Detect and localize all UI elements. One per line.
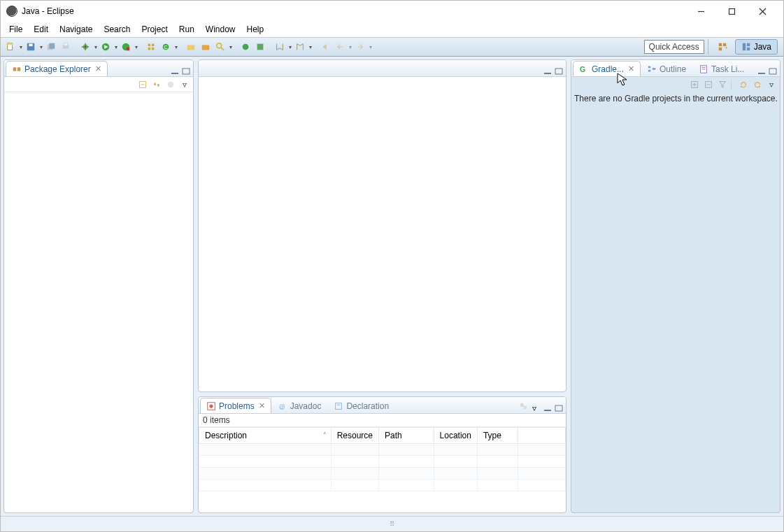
menu-project[interactable]: Project xyxy=(136,22,173,36)
col-description[interactable]: Description˄ xyxy=(199,428,332,444)
svg-rect-5 xyxy=(8,43,13,45)
new-package-button[interactable] xyxy=(144,40,158,54)
collapse-all-icon[interactable] xyxy=(137,79,148,90)
back-button[interactable] xyxy=(333,40,347,54)
window-close-button[interactable] xyxy=(747,1,778,22)
outline-tab[interactable]: Outline xyxy=(641,61,692,76)
toggle-breakpoint-button[interactable] xyxy=(238,40,252,54)
run-button[interactable] xyxy=(99,40,113,54)
view-maximize-icon[interactable] xyxy=(767,66,778,76)
col-location[interactable]: Location xyxy=(434,428,477,444)
java-perspective-button[interactable]: Java xyxy=(735,39,778,55)
link-editor-icon[interactable] xyxy=(151,79,162,90)
menu-edit[interactable]: Edit xyxy=(28,22,54,36)
menu-file[interactable]: File xyxy=(3,22,28,36)
declaration-tab-label: Declaration xyxy=(346,401,389,411)
open-perspective-button[interactable]: + xyxy=(711,39,734,55)
quick-access-field[interactable]: Quick Access xyxy=(644,40,704,54)
gradle-tab-label: Gradle... xyxy=(592,64,624,74)
right-column: G Gradle... ✕ Outline Task Li... xyxy=(571,59,781,513)
next-annotation-button[interactable] xyxy=(273,40,287,54)
view-maximize-icon[interactable] xyxy=(180,66,192,76)
svg-point-53 xyxy=(520,403,524,407)
run-dropdown[interactable]: ▾ xyxy=(113,44,118,50)
declaration-tab[interactable]: Declaration xyxy=(327,398,395,413)
menu-help[interactable]: Help xyxy=(241,22,270,36)
col-path[interactable]: Path xyxy=(378,428,434,444)
problems-tab[interactable]: Problems ✕ xyxy=(200,398,271,413)
search-button[interactable] xyxy=(213,40,227,54)
svg-rect-51 xyxy=(336,403,342,409)
debug-button[interactable] xyxy=(78,40,92,54)
forward-button[interactable] xyxy=(353,40,367,54)
col-type[interactable]: Type xyxy=(477,428,518,444)
editor-maximize-icon[interactable] xyxy=(553,66,564,76)
focus-task-icon[interactable] xyxy=(165,79,176,90)
new-class-button[interactable]: C xyxy=(159,40,173,54)
problems-filter-icon[interactable] xyxy=(518,401,529,413)
menu-search[interactable]: Search xyxy=(98,22,136,36)
svg-marker-31 xyxy=(323,44,327,50)
filter-icon[interactable] xyxy=(717,79,728,90)
view-menu-icon[interactable]: ▿ xyxy=(179,79,190,90)
menu-navigate[interactable]: Navigate xyxy=(54,22,98,36)
close-icon[interactable]: ✕ xyxy=(95,64,101,73)
open-type-button[interactable] xyxy=(184,40,198,54)
svg-text:G: G xyxy=(580,64,585,73)
forward-dropdown[interactable]: ▾ xyxy=(368,44,373,50)
new-button[interactable] xyxy=(3,40,17,54)
gradle-icon: G xyxy=(579,64,589,74)
package-explorer-tab[interactable]: Package Explorer ✕ xyxy=(6,61,108,76)
coverage-dropdown[interactable]: ▾ xyxy=(134,44,138,50)
search-dropdown[interactable]: ▾ xyxy=(228,44,233,50)
editor-minimize-icon[interactable] xyxy=(542,66,553,76)
close-icon[interactable]: ✕ xyxy=(628,64,634,73)
main-toolbar: ▾ ▾ ▾ ▾ ▾ C▾ ▾ ▾ ▾ ▾ ▾ Quick Access + Ja… xyxy=(1,37,783,57)
svg-rect-60 xyxy=(653,68,655,70)
refresh-icon[interactable] xyxy=(738,79,749,90)
col-extra[interactable] xyxy=(518,428,565,444)
back-history-button[interactable] xyxy=(318,40,332,54)
debug-dropdown[interactable]: ▾ xyxy=(93,44,98,50)
view-menu-icon[interactable]: ▿ xyxy=(532,403,542,413)
link-selection-icon[interactable] xyxy=(752,79,763,90)
window-minimize-button[interactable] xyxy=(685,1,716,22)
expand-all-icon[interactable] xyxy=(689,79,700,90)
save-all-button[interactable] xyxy=(44,40,58,54)
problems-body: Description˄ Resource Path Location Type xyxy=(199,427,566,512)
next-annotation-dropdown[interactable]: ▾ xyxy=(287,44,292,50)
svg-rect-40 xyxy=(17,67,20,71)
new-dropdown[interactable]: ▾ xyxy=(18,44,23,50)
collapse-all-icon[interactable] xyxy=(703,79,714,90)
coverage-button[interactable] xyxy=(119,40,133,54)
tasklist-tab[interactable]: Task Li... xyxy=(692,61,750,76)
new-class-dropdown[interactable]: ▾ xyxy=(173,44,178,50)
menu-run[interactable]: Run xyxy=(173,22,200,36)
svg-text:+: + xyxy=(725,45,727,50)
skip-breakpoints-button[interactable] xyxy=(253,40,267,54)
open-task-button[interactable] xyxy=(199,40,213,54)
back-dropdown[interactable]: ▾ xyxy=(348,44,352,50)
right-tabbar: G Gradle... ✕ Outline Task Li... xyxy=(571,60,780,77)
left-column: Package Explorer ✕ ▿ xyxy=(3,59,194,513)
view-minimize-icon[interactable] xyxy=(542,403,553,413)
prev-annotation-dropdown[interactable]: ▾ xyxy=(308,44,313,50)
save-dropdown[interactable]: ▾ xyxy=(38,44,43,50)
svg-rect-42 xyxy=(183,69,190,74)
col-resource[interactable]: Resource xyxy=(331,428,378,444)
window-maximize-button[interactable] xyxy=(716,1,747,22)
print-button[interactable] xyxy=(59,40,73,54)
menu-window[interactable]: Window xyxy=(200,22,241,36)
svg-text:@: @ xyxy=(278,403,285,410)
view-maximize-icon[interactable] xyxy=(553,403,564,413)
view-minimize-icon[interactable] xyxy=(169,66,180,76)
close-icon[interactable]: ✕ xyxy=(259,401,265,410)
javadoc-tab[interactable]: @ Javadoc xyxy=(271,398,328,413)
view-menu-icon[interactable]: ▿ xyxy=(766,79,777,90)
gradle-tab[interactable]: G Gradle... ✕ xyxy=(573,61,641,76)
save-button[interactable] xyxy=(24,40,38,54)
svg-rect-37 xyxy=(747,43,750,46)
view-minimize-icon[interactable] xyxy=(756,66,767,76)
prev-annotation-button[interactable] xyxy=(293,40,307,54)
svg-line-28 xyxy=(221,48,224,50)
